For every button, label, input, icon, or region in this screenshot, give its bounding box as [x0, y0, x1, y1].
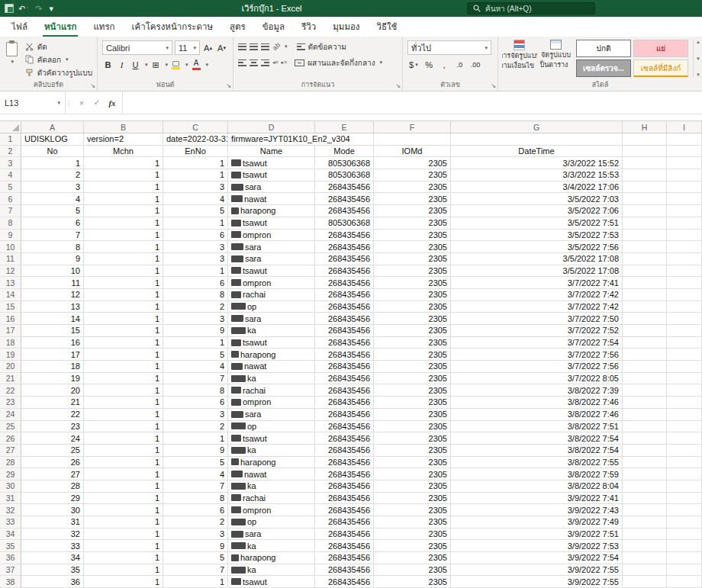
- row-header-5[interactable]: 5: [0, 182, 21, 194]
- row-header-26[interactable]: 26: [0, 432, 21, 445]
- cell-I6[interactable]: [667, 193, 702, 205]
- cell-A18[interactable]: 16: [21, 337, 84, 349]
- cell-D7[interactable]: harapong: [228, 205, 315, 217]
- cell-A27[interactable]: 25: [21, 445, 84, 457]
- underline-button[interactable]: U: [130, 58, 141, 72]
- cell-E37[interactable]: 268435456: [315, 564, 374, 577]
- cell-I13[interactable]: [667, 277, 702, 289]
- cell-B20[interactable]: 1: [84, 361, 163, 373]
- cell-F15[interactable]: 2305: [374, 301, 451, 313]
- cell-B30[interactable]: 1: [84, 480, 163, 493]
- cell-B35[interactable]: 1: [84, 540, 163, 552]
- cell-D13[interactable]: ompron: [228, 277, 315, 289]
- cell-I16[interactable]: [667, 313, 702, 325]
- cell-F13[interactable]: 2305: [374, 277, 451, 289]
- cell-C16[interactable]: 3: [163, 313, 228, 325]
- cell-A25[interactable]: 23: [21, 421, 84, 433]
- column-header-A[interactable]: A: [21, 121, 84, 133]
- cell-E16[interactable]: 268435456: [315, 313, 374, 325]
- cell-style-check-cell[interactable]: เซลล์ตรวจ...: [576, 59, 631, 77]
- cell-G16[interactable]: 3/7/2022 7:50: [451, 313, 623, 325]
- cell-G15[interactable]: 3/7/2022 7:42: [451, 301, 623, 313]
- cell-E33[interactable]: 268435456: [315, 516, 374, 529]
- cell-H23[interactable]: [623, 397, 667, 409]
- cell-C23[interactable]: 6: [163, 397, 228, 409]
- cell-C10[interactable]: 3: [163, 241, 228, 253]
- cell-C20[interactable]: 4: [163, 361, 228, 373]
- cell-G4[interactable]: 3/3/2022 15:53: [451, 169, 623, 182]
- cell-D21[interactable]: ka: [228, 373, 315, 385]
- cell-B26[interactable]: 1: [84, 432, 163, 445]
- cell-B18[interactable]: 1: [84, 337, 163, 349]
- cell-A20[interactable]: 18: [21, 361, 84, 373]
- cell-D18[interactable]: tsawut: [228, 337, 315, 349]
- row-header-37[interactable]: 37: [0, 564, 21, 577]
- cell-I34[interactable]: [667, 529, 702, 541]
- cell-B6[interactable]: 1: [84, 193, 163, 205]
- cell-B27[interactable]: 1: [84, 445, 163, 457]
- cell-B4[interactable]: 1: [84, 169, 163, 182]
- cell-F16[interactable]: 2305: [374, 313, 451, 325]
- paste-button[interactable]: ▾: [5, 40, 19, 80]
- cell-A35[interactable]: 33: [21, 540, 84, 552]
- cell-C1[interactable]: date=2022-03-31: [163, 133, 228, 146]
- cell-C29[interactable]: 4: [163, 468, 228, 480]
- cell-B38[interactable]: 1: [84, 576, 163, 588]
- row-header-18[interactable]: 18: [0, 337, 21, 349]
- cell-D9[interactable]: ompron: [228, 230, 315, 242]
- cell-B11[interactable]: 1: [84, 253, 163, 265]
- increase-font-size-button[interactable]: A▴: [202, 41, 214, 55]
- cell-G9[interactable]: 3/5/2022 7:53: [451, 230, 623, 242]
- cell-G23[interactable]: 3/8/2022 7:46: [451, 397, 623, 409]
- cell-G6[interactable]: 3/5/2022 7:03: [451, 193, 623, 205]
- cell-C17[interactable]: 9: [163, 325, 228, 337]
- cell-A7[interactable]: 5: [21, 205, 84, 217]
- cell-F14[interactable]: 2305: [374, 289, 451, 301]
- cell-I26[interactable]: [667, 432, 702, 445]
- cell-A23[interactable]: 21: [21, 397, 84, 409]
- cell-A1[interactable]: UDISKLOG: [21, 133, 84, 146]
- cell-F21[interactable]: 2305: [374, 373, 451, 385]
- cell-G14[interactable]: 3/7/2022 7:42: [451, 289, 623, 301]
- cell-E21[interactable]: 268435456: [315, 373, 374, 385]
- cell-F29[interactable]: 2305: [374, 468, 451, 480]
- borders-button[interactable]: ⊞: [150, 58, 162, 72]
- cell-H25[interactable]: [623, 421, 667, 433]
- cell-F25[interactable]: 2305: [374, 421, 451, 433]
- cell-G13[interactable]: 3/7/2022 7:41: [451, 277, 623, 289]
- cell-E4[interactable]: 805306368: [315, 169, 374, 182]
- column-header-C[interactable]: C: [163, 121, 228, 133]
- cell-B21[interactable]: 1: [84, 373, 163, 385]
- row-header-10[interactable]: 10: [0, 241, 21, 253]
- cell-H3[interactable]: [623, 157, 667, 169]
- cell-F9[interactable]: 2305: [374, 230, 451, 242]
- cell-B33[interactable]: 1: [84, 516, 163, 529]
- cell-F30[interactable]: 2305: [374, 480, 451, 493]
- cell-D8[interactable]: tsawut: [228, 217, 315, 230]
- tab-data[interactable]: ข้อมูล: [254, 17, 293, 37]
- cell-A29[interactable]: 27: [21, 468, 84, 480]
- cell-E14[interactable]: 268435456: [315, 289, 374, 301]
- align-center-button[interactable]: [250, 59, 258, 66]
- cell-A16[interactable]: 14: [21, 313, 84, 325]
- cell-I3[interactable]: [667, 157, 702, 169]
- cell-B13[interactable]: 1: [84, 277, 163, 289]
- cell-C11[interactable]: 3: [163, 253, 228, 265]
- cell-D23[interactable]: ompron: [228, 397, 315, 409]
- cell-D14[interactable]: rachai: [228, 289, 315, 301]
- cell-E9[interactable]: 268435456: [315, 230, 374, 242]
- search-box[interactable]: ค้นหา (Alt+Q): [467, 2, 595, 14]
- cell-I7[interactable]: [667, 205, 702, 217]
- decrease-decimal-button[interactable]: .00: [469, 58, 482, 72]
- cell-H36[interactable]: [623, 552, 667, 564]
- cell-H26[interactable]: [623, 432, 667, 445]
- cell-C5[interactable]: 3: [163, 182, 228, 194]
- cell-I2[interactable]: [667, 146, 702, 158]
- cell-F7[interactable]: 2305: [374, 205, 451, 217]
- row-header-30[interactable]: 30: [0, 480, 21, 493]
- cell-F34[interactable]: 2305: [374, 529, 451, 541]
- cell-F1[interactable]: [374, 133, 451, 146]
- cell-G28[interactable]: 3/8/2022 7:55: [451, 457, 623, 469]
- customize-qat-button[interactable]: ▾: [47, 4, 56, 14]
- row-header-15[interactable]: 15: [0, 301, 21, 313]
